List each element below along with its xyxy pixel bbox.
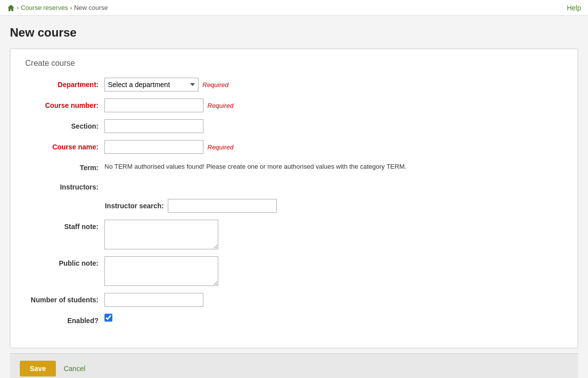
term-message: No TERM authorised values found! Please …: [104, 161, 406, 170]
course-number-input[interactable]: [104, 98, 203, 112]
course-number-row: Course number: Required: [25, 98, 563, 112]
course-name-required: Required: [207, 143, 234, 151]
instructor-inner: Instructor search:: [104, 199, 277, 213]
section-input[interactable]: [104, 119, 203, 133]
public-note-control: [104, 256, 563, 286]
staff-note-control: [104, 220, 563, 249]
section-label: Section:: [25, 119, 104, 132]
department-row: Department: Select a department Required: [25, 78, 563, 92]
enabled-control: [104, 314, 563, 322]
instructor-search-label: Instructor search:: [104, 201, 164, 210]
department-label: Department:: [25, 78, 104, 90]
staff-note-label: Staff note:: [25, 220, 104, 232]
enabled-label: Enabled?: [25, 314, 104, 326]
course-number-required: Required: [207, 102, 234, 109]
staff-note-row: Staff note:: [25, 220, 563, 249]
course-name-control: Required: [104, 140, 563, 154]
instructors-row: Instructors:: [25, 180, 563, 192]
enabled-row: Enabled?: [25, 314, 563, 326]
form-footer: Save Cancel: [10, 353, 578, 378]
course-name-label: Course name:: [25, 140, 104, 152]
save-button[interactable]: Save: [20, 361, 56, 377]
course-name-row: Course name: Required: [25, 140, 563, 154]
term-label: Term:: [25, 161, 104, 173]
top-bar: › Course reserves › New course Help: [0, 0, 588, 16]
home-icon[interactable]: [7, 4, 15, 12]
instructors-label: Instructors:: [25, 180, 104, 192]
staff-note-textarea[interactable]: [104, 220, 218, 249]
department-select[interactable]: Select a department: [104, 78, 198, 92]
breadcrumb-current: New course: [74, 4, 108, 11]
course-name-input[interactable]: [104, 140, 203, 154]
public-note-label: Public note:: [25, 256, 104, 269]
department-control: Select a department Required: [104, 78, 563, 92]
term-row: Term: No TERM authorised values found! P…: [25, 161, 563, 173]
course-number-label: Course number:: [25, 98, 104, 111]
breadcrumb: › Course reserves › New course: [7, 4, 108, 12]
enabled-checkbox[interactable]: [104, 314, 112, 322]
students-input[interactable]: [104, 293, 203, 307]
page-title: New course: [10, 26, 578, 40]
instructor-search-input[interactable]: [168, 199, 277, 213]
form-card-title: Create course: [25, 59, 563, 68]
term-control: No TERM authorised values found! Please …: [104, 161, 563, 170]
breadcrumb-course-reserves[interactable]: Course reserves: [21, 4, 68, 11]
help-link[interactable]: Help: [567, 4, 581, 12]
section-row: Section:: [25, 119, 563, 133]
cancel-button[interactable]: Cancel: [64, 365, 86, 373]
section-control: [104, 119, 563, 133]
students-row: Number of students:: [25, 293, 563, 307]
breadcrumb-chevron-2: ›: [70, 4, 72, 11]
public-note-row: Public note:: [25, 256, 563, 286]
instructor-search-row: Instructor search:: [25, 199, 563, 213]
students-label: Number of students:: [25, 293, 104, 304]
department-required: Required: [202, 81, 229, 89]
breadcrumb-chevron-1: ›: [17, 4, 19, 11]
course-number-control: Required: [104, 98, 563, 112]
public-note-textarea[interactable]: [104, 256, 218, 286]
form-card: Create course Department: Select a depar…: [10, 48, 578, 348]
page-content: New course Create course Department: Sel…: [0, 16, 588, 378]
students-control: [104, 293, 563, 307]
